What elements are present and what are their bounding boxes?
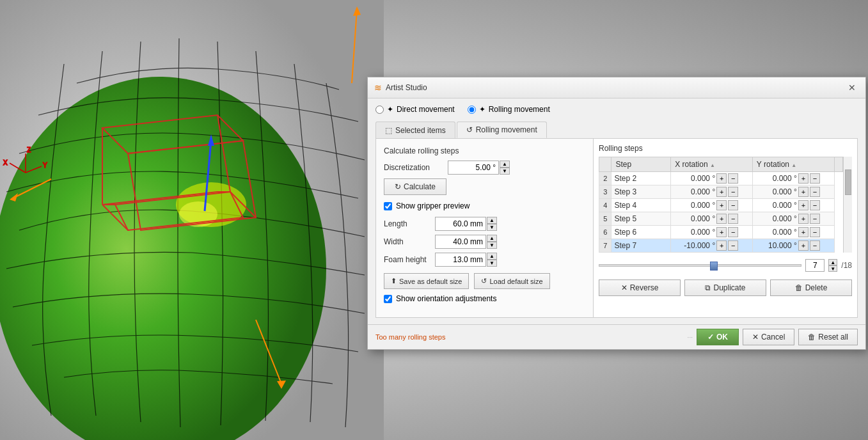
tab-rolling-movement[interactable]: ↺ Rolling movement — [457, 122, 547, 138]
page-up-arrow[interactable]: ▲ — [828, 259, 837, 265]
table-row[interactable]: 6Step 6 0.000 ° + − 0.000 ° + − — [599, 226, 843, 239]
col-num — [599, 157, 612, 172]
discretization-up[interactable]: ▲ — [500, 161, 510, 168]
size-buttons-row: ⬆ Save as default size ↺ Load default si… — [384, 273, 585, 289]
table-row[interactable]: 2Step 2 0.000 ° + − 0.000 ° + − — [599, 172, 843, 185]
rolling-mode-radio[interactable] — [468, 106, 476, 114]
row-number: 5 — [599, 212, 612, 226]
step-name: Step 6 — [612, 226, 671, 239]
width-up[interactable]: ▲ — [487, 235, 497, 242]
delete-button[interactable]: 🗑 Delete — [770, 279, 852, 296]
x-rot-minus[interactable]: − — [728, 173, 738, 184]
slider-thumb[interactable] — [710, 262, 718, 271]
x-rotation-cell: 0.000 ° + − — [671, 199, 753, 212]
y-rot-value: 10.000 ° — [755, 241, 797, 250]
x-rot-minus[interactable]: − — [728, 214, 738, 224]
reset-button[interactable]: 🗑 Reset all — [798, 329, 858, 345]
save-default-button[interactable]: ⬆ Save as default size — [384, 273, 469, 289]
load-default-label: Load default size — [489, 278, 542, 285]
tab-selected-items[interactable]: ⬚ Selected items — [375, 122, 455, 138]
y-rot-minus[interactable]: − — [810, 227, 820, 237]
y-rot-plus[interactable]: + — [798, 214, 809, 224]
cancel-button[interactable]: ✕ Cancel — [743, 329, 794, 345]
y-rot-value: 0.000 ° — [755, 174, 797, 183]
ok-button[interactable]: ✓ OK — [697, 329, 739, 345]
calc-icon: ↻ — [395, 182, 401, 191]
y-rot-minus[interactable]: − — [810, 240, 820, 251]
discretization-down[interactable]: ▼ — [500, 168, 510, 175]
calculate-button[interactable]: ↻ Calculate — [384, 178, 446, 195]
length-label: Length — [384, 219, 435, 228]
y-rot-plus[interactable]: + — [798, 240, 809, 251]
y-rot-minus[interactable]: − — [810, 200, 820, 210]
scroll-header — [834, 157, 843, 172]
page-down-arrow[interactable]: ▼ — [828, 265, 837, 272]
y-rotation-cell: 0.000 ° + − — [752, 172, 834, 185]
direct-mode-radio[interactable] — [375, 106, 384, 114]
ok-check-icon: ✓ — [707, 333, 714, 342]
foam-height-up[interactable]: ▲ — [487, 253, 497, 260]
foam-height-input[interactable] — [435, 253, 486, 267]
table-header-row: Step X rotation ▲ Y rotation ▲ — [599, 157, 843, 172]
table-row[interactable]: 3Step 3 0.000 ° + − 0.000 ° + − — [599, 185, 843, 199]
discretization-input[interactable] — [448, 161, 499, 175]
close-button[interactable]: ✕ — [845, 81, 859, 94]
total-pages: /18 — [841, 261, 852, 270]
page-input[interactable] — [805, 259, 825, 272]
width-down[interactable]: ▼ — [487, 242, 497, 249]
x-rot-minus[interactable]: − — [728, 227, 738, 237]
foam-height-spinner: ▲ ▼ — [435, 253, 497, 267]
x-rot-plus[interactable]: + — [716, 173, 727, 184]
width-input[interactable] — [435, 235, 486, 249]
row-number: 3 — [599, 185, 612, 199]
reverse-button[interactable]: ✕ Reverse — [599, 279, 681, 296]
y-rot-plus[interactable]: + — [798, 187, 809, 197]
x-rot-value: 0.000 ° — [674, 174, 715, 183]
duplicate-button[interactable]: ⧉ Duplicate — [684, 279, 766, 296]
x-rot-plus[interactable]: + — [716, 200, 727, 210]
left-panel: Calculate rolling steps Discretization ▲… — [376, 139, 594, 317]
table-row[interactable]: 7Step 7 -10.000 ° + − 10.000 ° + − — [599, 239, 843, 253]
table-row[interactable]: 4Step 4 0.000 ° + − 0.000 ° + − — [599, 199, 843, 212]
slider-row: ▲ ▼ /18 — [599, 256, 852, 274]
y-rot-minus[interactable]: − — [810, 214, 820, 224]
x-rotation-cell: 0.000 ° + − — [671, 172, 753, 185]
x-rot-minus[interactable]: − — [728, 187, 738, 197]
x-rot-plus[interactable]: + — [716, 227, 727, 237]
show-gripper-label: Show gripper preview — [396, 201, 470, 210]
y-rot-plus[interactable]: + — [798, 227, 809, 237]
length-input[interactable] — [435, 217, 486, 231]
show-gripper-checkbox[interactable] — [384, 202, 392, 210]
foam-height-down[interactable]: ▼ — [487, 260, 497, 267]
length-down[interactable]: ▼ — [487, 224, 497, 231]
x-rot-plus[interactable]: + — [716, 187, 727, 197]
x-rot-minus[interactable]: − — [728, 200, 738, 210]
y-sort-icon: ▲ — [791, 162, 796, 168]
table-row[interactable]: 5Step 5 0.000 ° + − 0.000 ° + − — [599, 212, 843, 226]
col-y-rotation: Y rotation ▲ — [752, 157, 834, 172]
y-rot-plus[interactable]: + — [798, 200, 809, 210]
y-rotation-cell: 0.000 ° + − — [752, 185, 834, 199]
footer-dots: ··· — [688, 334, 693, 341]
delete-label: Delete — [805, 283, 828, 292]
direct-mode-option[interactable]: ✦ Direct movement — [375, 105, 455, 114]
reverse-icon: ✕ — [621, 283, 627, 292]
table-scrollbar[interactable] — [843, 157, 852, 253]
load-default-button[interactable]: ↺ Load default size — [474, 273, 549, 289]
y-rot-minus[interactable]: − — [810, 173, 820, 184]
page-slider[interactable] — [599, 264, 801, 267]
scrollbar-thumb[interactable] — [845, 169, 851, 195]
y-rot-plus[interactable]: + — [798, 173, 809, 184]
rolling-mode-option[interactable]: ✦ Rolling movement — [468, 105, 550, 114]
delete-icon: 🗑 — [795, 283, 803, 292]
show-orientation-checkbox[interactable] — [384, 295, 392, 303]
x-rot-plus[interactable]: + — [716, 240, 727, 251]
x-rot-plus[interactable]: + — [716, 214, 727, 224]
length-up[interactable]: ▲ — [487, 217, 497, 224]
y-rotation-cell: 0.000 ° + − — [752, 212, 834, 226]
x-sort-icon: ▲ — [710, 162, 715, 168]
step-name: Step 7 — [612, 239, 671, 253]
x-rot-minus[interactable]: − — [728, 240, 738, 251]
y-rot-minus[interactable]: − — [810, 187, 820, 197]
ok-label: OK — [716, 333, 728, 342]
